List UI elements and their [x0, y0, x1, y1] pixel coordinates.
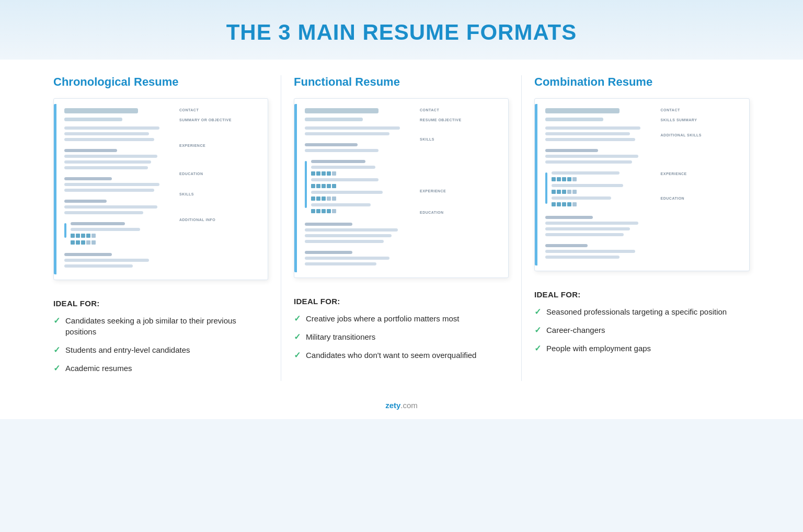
- ideal-item-2: ✓ Students and entry-level candidates: [53, 344, 268, 355]
- combination-ideal-title: IDEAL FOR:: [534, 290, 750, 299]
- brand-domain: .com: [400, 401, 418, 410]
- functional-ideal-item-2: ✓ Military transitioners: [294, 331, 509, 342]
- combination-text-3: People with employment gaps: [546, 343, 651, 354]
- footer: zety.com: [0, 391, 803, 419]
- functional-label-education: EDUCATION: [420, 211, 502, 214]
- combination-ideal-section: IDEAL FOR: ✓ Seasoned professionals targ…: [534, 286, 750, 354]
- functional-text-2: Military transitioners: [306, 331, 375, 342]
- combination-title: Combination Resume: [534, 75, 750, 89]
- combination-text-1: Seasoned professionals targeting a speci…: [546, 306, 727, 317]
- combination-label-experience: EXPERIENCE: [661, 172, 743, 176]
- header-band: THE 3 MAIN RESUME FORMATS: [0, 0, 803, 60]
- label-summary: SUMMARY OR OBJECTIVE: [179, 118, 261, 122]
- resume-right-labels: CONTACT SUMMARY OR OBJECTIVE EXPERIENCE …: [177, 104, 263, 274]
- combination-label-education: EDUCATION: [661, 196, 743, 200]
- combination-left-panel: [535, 104, 655, 265]
- label-education: EDUCATION: [179, 172, 261, 176]
- check-icon-3: ✓: [53, 363, 60, 373]
- functional-check-3: ✓: [294, 350, 301, 360]
- functional-label-objective: RESUME OBJECTIVE: [420, 118, 502, 122]
- chronological-resume-mockup: CONTACT SUMMARY OR OBJECTIVE EXPERIENCE …: [53, 98, 268, 280]
- functional-left-panel: [294, 104, 414, 272]
- functional-check-2: ✓: [294, 332, 301, 342]
- ideal-item-3: ✓ Academic resumes: [53, 363, 268, 374]
- combination-label-contact: CONTACT: [661, 108, 743, 112]
- left-accent-bar: [54, 104, 56, 274]
- chronological-ideal-title: IDEAL FOR:: [53, 299, 268, 308]
- functional-right-labels: CONTACT RESUME OBJECTIVE SKILLS EXPERIEN…: [418, 104, 504, 272]
- chronological-ideal-section: IDEAL FOR: ✓ Candidates seeking a job si…: [53, 295, 268, 374]
- combination-resume-mockup: CONTACT SKILLS SUMMARY ADDITIONAL SKILLS…: [534, 98, 750, 271]
- page-title: THE 3 MAIN RESUME FORMATS: [10, 20, 793, 45]
- check-icon-1: ✓: [53, 316, 60, 326]
- label-experience: EXPERIENCE: [179, 144, 261, 147]
- functional-label-skills: SKILLS: [420, 137, 502, 141]
- functional-resume-mockup: CONTACT RESUME OBJECTIVE SKILLS EXPERIEN…: [294, 98, 509, 278]
- combination-label-additional-skills: ADDITIONAL SKILLS: [661, 133, 743, 137]
- functional-ideal-title: IDEAL FOR:: [294, 297, 509, 306]
- functional-ideal-section: IDEAL FOR: ✓ Creative jobs where a portf…: [294, 293, 509, 361]
- combination-ideal-item-3: ✓ People with employment gaps: [534, 343, 750, 354]
- brand-name: zety: [385, 401, 400, 410]
- ideal-text-1: Candidates seeking a job similar to thei…: [65, 315, 268, 337]
- label-contact: CONTACT: [179, 108, 261, 112]
- functional-check-1: ✓: [294, 314, 301, 323]
- chronological-title: Chronological Resume: [53, 75, 268, 89]
- label-skills: SKILLS: [179, 192, 261, 196]
- functional-text-1: Creative jobs where a portfolio matters …: [306, 313, 459, 324]
- ideal-text-3: Academic resumes: [65, 363, 132, 374]
- functional-column: Functional Resume: [281, 75, 522, 381]
- functional-label-contact: CONTACT: [420, 108, 502, 112]
- combination-ideal-item-1: ✓ Seasoned professionals targeting a spe…: [534, 306, 750, 317]
- combination-right-labels: CONTACT SKILLS SUMMARY ADDITIONAL SKILLS…: [659, 104, 745, 265]
- check-icon-2: ✓: [53, 345, 60, 355]
- combination-accent-bar: [535, 104, 537, 265]
- combination-text-2: Career-changers: [546, 325, 605, 336]
- combination-column: Combination Resume: [522, 75, 762, 381]
- combination-check-3: ✓: [534, 343, 541, 353]
- functional-label-experience: EXPERIENCE: [420, 189, 502, 193]
- functional-text-3: Candidates who don't want to seem overqu…: [306, 350, 476, 361]
- functional-ideal-item-1: ✓ Creative jobs where a portfolio matter…: [294, 313, 509, 324]
- functional-accent-bar: [294, 104, 297, 272]
- resume-left-panel: [54, 104, 173, 274]
- chronological-column: Chronological Resume: [41, 75, 281, 381]
- functional-ideal-item-3: ✓ Candidates who don't want to seem over…: [294, 350, 509, 361]
- label-additional: ADDITIONAL INFO: [179, 218, 261, 222]
- combination-check-2: ✓: [534, 325, 541, 335]
- functional-title: Functional Resume: [294, 75, 509, 89]
- combination-label-skills-summary: SKILLS SUMMARY: [661, 118, 743, 122]
- ideal-item-1: ✓ Candidates seeking a job similar to th…: [53, 315, 268, 337]
- content-area: Chronological Resume: [0, 60, 803, 391]
- combination-ideal-item-2: ✓ Career-changers: [534, 325, 750, 336]
- ideal-text-2: Students and entry-level candidates: [65, 344, 190, 355]
- combination-check-1: ✓: [534, 307, 541, 317]
